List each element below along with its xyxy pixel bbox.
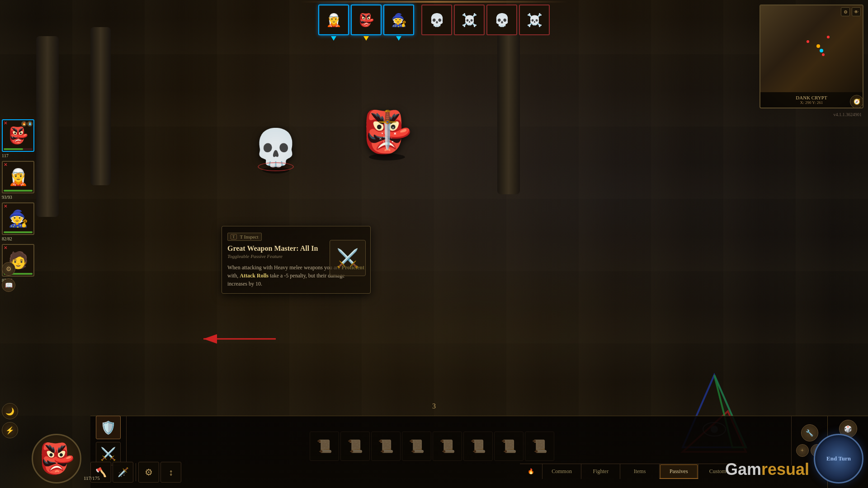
skill-slot-6-icon: 📜: [470, 439, 486, 454]
skill-slot-6[interactable]: 📜: [463, 432, 493, 461]
skill-slot-7[interactable]: 📜: [494, 432, 524, 461]
tab-passives-label: Passives: [670, 468, 688, 475]
skill-slot-1-icon: 📜: [316, 439, 332, 454]
minimap-enemy-dot-3: [827, 36, 830, 38]
portrait-frame-1: 🧝: [318, 5, 349, 35]
left-frame-3: 🧙 ✕: [2, 202, 34, 235]
portrait-inner-2: 👺: [352, 5, 381, 34]
left-frame-2: 🧝 ✕: [2, 161, 34, 193]
portrait-frame-3: 🧙: [383, 5, 414, 35]
char-icon-1[interactable]: 🌙: [2, 403, 18, 419]
hp-bar-container-1: [4, 148, 33, 150]
left-status-1: 🔥 💧: [21, 121, 33, 127]
tooltip-icon-emoji: ⚔️: [336, 248, 359, 269]
highlight-attack-rolls: Attack Rolls: [240, 272, 269, 279]
enemy-character[interactable]: 💀: [253, 127, 298, 169]
tab-passives[interactable]: Passives: [660, 464, 698, 479]
char-info-panel: 🌙 ⚡ 👺 🪓 🗡️ ⚙ ↕ 117/175: [0, 416, 108, 488]
zoom-plus[interactable]: +: [796, 444, 809, 457]
portrait-slot-4[interactable]: 💀: [421, 5, 452, 35]
left-x-2: ✕: [4, 163, 7, 167]
portrait-slot-1[interactable]: 🧝: [318, 5, 349, 35]
minimap[interactable]: ⚙ 👁 DANK CRYPT X: 290 Y: 261 🧭: [760, 5, 863, 108]
skill-slot-5[interactable]: 📜: [433, 432, 462, 461]
inspect-badge: T T Inspect: [227, 233, 262, 241]
hp-bar-3: [4, 231, 33, 233]
minimap-player-dot: [816, 44, 820, 48]
end-turn-button[interactable]: End Turn: [814, 434, 863, 483]
tab-items[interactable]: Items: [620, 464, 659, 479]
portrait-slot-3[interactable]: 🧙: [383, 5, 414, 35]
minimap-eye-icon[interactable]: 👁: [852, 7, 861, 16]
portrait-inner-3: 🧙: [384, 5, 413, 34]
left-portrait-3[interactable]: 🧙 ✕ 82/82: [2, 202, 34, 235]
side-icon-2[interactable]: 📖: [2, 278, 15, 292]
left-hp-text-3: 82/82: [2, 236, 12, 241]
char-hp-display: 117/175: [84, 475, 100, 481]
portrait-slot-5[interactable]: ☠️: [454, 5, 485, 35]
skill-slot-1[interactable]: 📜: [310, 432, 339, 461]
hp-bar-2: [4, 190, 33, 192]
tab-common[interactable]: Common: [542, 464, 581, 479]
left-inner-2: 🧝: [3, 162, 33, 192]
left-hp-text-2: 93/93: [2, 195, 12, 200]
skill-slot-3[interactable]: 📜: [371, 432, 401, 461]
char-left-icons: 🌙 ⚡: [2, 403, 18, 438]
center-counter: 3: [432, 402, 436, 410]
skill-slot-5-icon: 📜: [439, 439, 455, 454]
portrait-slot-7[interactable]: ☠️: [519, 5, 550, 35]
portrait-inner-5: ☠️: [455, 5, 484, 34]
watermark-esual: esual: [768, 460, 809, 479]
left-hp-text-1: 117: [2, 153, 9, 158]
skill-slot-2-icon: 📜: [347, 439, 363, 454]
minimap-location-name: DANK CRYPT: [796, 95, 827, 100]
compass-icon[interactable]: 🧭: [850, 95, 863, 108]
tab-items-label: Items: [634, 468, 646, 475]
tab-common-label: Common: [552, 468, 572, 475]
hp-bar-1: [4, 148, 23, 150]
skill-slot-2[interactable]: 📜: [340, 432, 370, 461]
center-count-text: 3: [432, 402, 436, 410]
left-side-icons: ⚙ 📖: [2, 262, 15, 292]
skill-slot-4[interactable]: 📜: [402, 432, 431, 461]
portrait-frame-2: 👺: [351, 5, 382, 35]
action-slot-2[interactable]: ↕: [160, 462, 181, 483]
portrait-frame-7: ☠️: [519, 5, 550, 35]
watermark-r: r: [761, 460, 768, 479]
inspect-label-text: T Inspect: [240, 234, 259, 239]
weapon-slot-dagger[interactable]: 🗡️: [113, 462, 133, 483]
char-icon-2[interactable]: ⚡: [2, 422, 18, 438]
minimap-settings-icon[interactable]: ⚙: [841, 7, 850, 16]
tab-custom-label: Custom: [709, 468, 726, 475]
pillar-center-left: [90, 27, 111, 185]
version-label: v4.1.1.3624901: [834, 112, 862, 117]
inspect-t-label: T: [231, 234, 237, 239]
char-portrait-large[interactable]: 👺: [32, 434, 81, 483]
action-slot-1[interactable]: ⚙: [138, 462, 159, 483]
portrait-frame-6: 💀: [486, 5, 517, 35]
left-inner-3: 🧙: [3, 203, 33, 234]
left-frame-1: 👺 ✕ 🔥 💧: [2, 119, 34, 152]
skill-slot-8[interactable]: 📜: [525, 432, 554, 461]
pillar-left: [36, 36, 59, 217]
left-x-4: ✕: [4, 246, 7, 250]
portrait-slot-6[interactable]: 💀: [486, 5, 517, 35]
left-portrait-1[interactable]: 👺 ✕ 🔥 💧 117: [2, 119, 34, 152]
skill-slot-3-icon: 📜: [378, 439, 394, 454]
watermark: Gamresual: [725, 460, 809, 479]
tab-bar: 🔥 Common Fighter Items Passives Custom: [520, 464, 737, 479]
portrait-frame-4: 💀: [421, 5, 452, 35]
portrait-inner-4: 💀: [422, 5, 451, 34]
minimap-content: ⚙ 👁: [760, 5, 863, 92]
tab-fighter[interactable]: Fighter: [581, 464, 620, 479]
watermark-gam: Gam: [725, 460, 761, 479]
portrait-slot-2[interactable]: 👺: [351, 5, 382, 35]
portrait-inner-6: 💀: [487, 5, 516, 34]
left-portrait-2[interactable]: 🧝 ✕ 93/93: [2, 161, 34, 193]
minimap-coordinates: X: 290 Y: 261: [800, 100, 823, 105]
minimap-label: DANK CRYPT X: 290 Y: 261: [760, 92, 863, 108]
scroll-icon[interactable]: 🔧: [801, 424, 818, 441]
tab-fire[interactable]: 🔥: [520, 464, 542, 479]
pillar-right: [497, 23, 520, 194]
side-icon-1[interactable]: ⚙: [2, 262, 15, 276]
